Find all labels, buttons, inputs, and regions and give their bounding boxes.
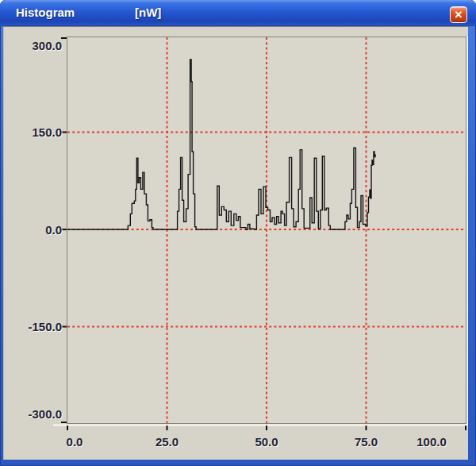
y-tick-label: -150.0 bbox=[28, 320, 62, 333]
page-title: Histogram bbox=[16, 0, 75, 25]
title-bar[interactable]: Histogram [nW] ✕ bbox=[0, 0, 476, 26]
plot-panel: 0.025.050.075.0100.0300.0150.00.0-150.0-… bbox=[3, 26, 468, 460]
y-tick-label: -300.0 bbox=[28, 407, 62, 421]
x-tick-label: 75.0 bbox=[355, 435, 378, 449]
histogram-window: Histogram [nW] ✕ 0.025.050.075.0100.0300… bbox=[0, 0, 476, 466]
y-tick-label: 300.0 bbox=[32, 39, 62, 52]
x-tick-label: 100.0 bbox=[416, 435, 447, 449]
y-tick-label: 0.0 bbox=[45, 223, 62, 237]
close-icon: ✕ bbox=[455, 10, 463, 20]
close-button[interactable]: ✕ bbox=[450, 6, 467, 23]
histogram-chart: 0.025.050.075.0100.0300.0150.00.0-150.0-… bbox=[3, 26, 468, 460]
x-tick-label: 0.0 bbox=[67, 435, 83, 449]
x-tick-label: 25.0 bbox=[155, 435, 178, 449]
x-tick-label: 50.0 bbox=[255, 435, 278, 449]
unit-label: [nW] bbox=[135, 0, 161, 25]
y-tick-label: 150.0 bbox=[32, 125, 62, 139]
